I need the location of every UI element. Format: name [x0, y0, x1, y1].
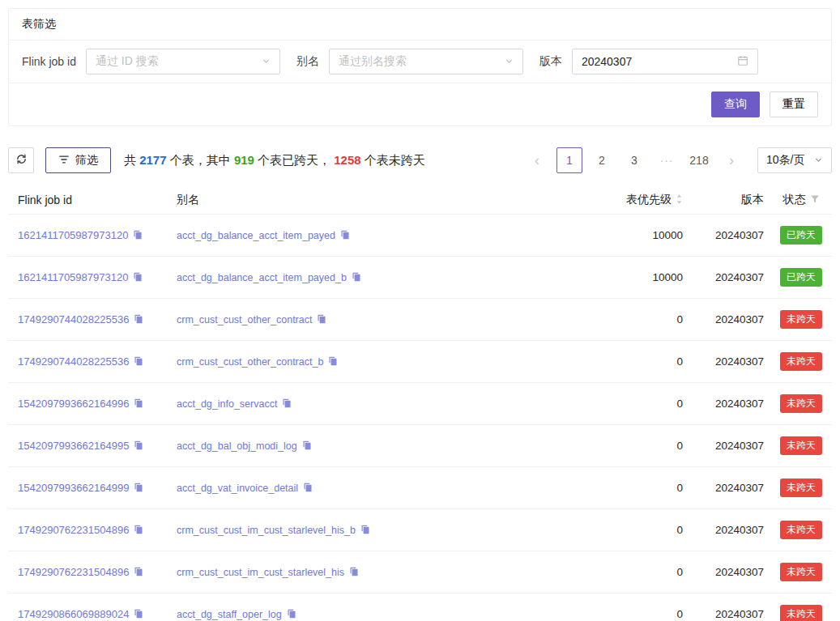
copy-icon[interactable]: [360, 525, 370, 534]
job-id-link[interactable]: 1542097993662164999: [18, 482, 129, 494]
copy-icon[interactable]: [328, 356, 338, 366]
copy-icon[interactable]: [303, 483, 313, 492]
status-cell: 已跨天: [770, 215, 832, 257]
job-id-link[interactable]: 1621411705987973120: [18, 229, 128, 241]
copy-icon[interactable]: [134, 314, 143, 324]
pagination-next[interactable]: ›: [718, 147, 744, 173]
table-row: 1621411705987973120 acct_dg_balance_acct…: [8, 215, 832, 257]
alias-link[interactable]: crm_cust_cust_other_contract_b: [177, 356, 323, 368]
status-badge: 未跨天: [780, 479, 822, 497]
alias-link[interactable]: crm_cust_cust_im_cust_starlevel_his: [177, 567, 344, 578]
job-id-link[interactable]: 1749290866069889024: [18, 608, 129, 620]
pagination-page-last[interactable]: 218: [686, 147, 712, 173]
version-cell: 20240307: [689, 551, 770, 593]
alias-cell: acct_dg_balance_acct_item_payed_b: [170, 257, 576, 299]
copy-icon[interactable]: [302, 440, 312, 450]
status-cell: 未跨天: [770, 509, 832, 551]
version-date-input[interactable]: 20240307: [572, 49, 758, 74]
status-cell: 未跨天: [770, 383, 832, 425]
job-id-cell: 1542097993662164996: [8, 383, 170, 425]
filter-funnel-icon[interactable]: [810, 194, 820, 206]
reset-button[interactable]: 重置: [770, 91, 818, 117]
refresh-button[interactable]: [8, 147, 34, 173]
alias-cell: acct_dg_vat_invoice_detail: [170, 467, 576, 509]
copy-icon[interactable]: [287, 609, 296, 619]
alias-link[interactable]: crm_cust_cust_other_contract: [177, 314, 312, 325]
summary-text: 个表未跨天: [361, 153, 425, 167]
table-row: 1542097993662164995 acct_dg_bal_obj_modi…: [8, 425, 832, 467]
filter-toggle-button[interactable]: 筛选: [45, 147, 111, 173]
copy-icon[interactable]: [340, 230, 350, 240]
copy-icon[interactable]: [134, 483, 143, 492]
alias-cell: acct_dg_bal_obj_modi_log: [170, 425, 576, 467]
copy-icon[interactable]: [352, 272, 361, 282]
alias-cell: acct_dg_info_servacct: [170, 383, 576, 425]
copy-icon[interactable]: [134, 356, 143, 366]
job-id-link[interactable]: 1749290744028225536: [18, 355, 129, 368]
copy-icon[interactable]: [134, 567, 143, 576]
alias-cell: crm_cust_cust_im_cust_starlevel_his: [170, 551, 576, 593]
table-row: 1749290866069889024 acct_dg_staff_oper_l…: [8, 593, 832, 621]
copy-icon[interactable]: [133, 230, 143, 240]
copy-icon[interactable]: [133, 272, 143, 282]
priority-cell: 0: [576, 299, 689, 341]
alias-link[interactable]: acct_dg_balance_acct_item_payed_b: [177, 272, 347, 283]
alias-link[interactable]: acct_dg_balance_acct_item_payed: [177, 230, 335, 241]
priority-cell: 0: [576, 467, 689, 509]
alias-cell: crm_cust_cust_other_contract_b: [170, 341, 576, 383]
search-button[interactable]: 查询: [711, 91, 760, 117]
copy-icon[interactable]: [282, 398, 292, 408]
version-cell: 20240307: [689, 593, 770, 621]
summary-text: 个表已跨天，: [254, 153, 334, 167]
flink-job-id-select[interactable]: 通过 ID 搜索: [86, 49, 280, 74]
pagination-prev[interactable]: ‹: [524, 147, 550, 173]
job-id-cell: 1749290744028225536: [8, 299, 170, 341]
alias-link[interactable]: acct_dg_info_servacct: [177, 398, 277, 410]
alias-link[interactable]: acct_dg_vat_invoice_detail: [177, 483, 298, 494]
page-size-value: 10条/页: [766, 153, 804, 168]
filter-fields-row: Flink job id 通过 ID 搜索 别名 通过别名搜索 版本 20240…: [9, 40, 831, 83]
status-badge: 未跨天: [780, 310, 822, 329]
alias-select[interactable]: 通过别名搜索: [329, 49, 523, 74]
job-id-cell: 1749290762231504896: [8, 509, 170, 551]
copy-icon[interactable]: [134, 525, 143, 534]
job-id-link[interactable]: 1749290762231504896: [18, 524, 129, 536]
chevron-down-icon: [262, 55, 271, 68]
page-size-select[interactable]: 10条/页: [757, 147, 832, 173]
copy-icon[interactable]: [349, 567, 359, 576]
job-id-link[interactable]: 1621411705987973120: [18, 271, 128, 283]
priority-cell: 0: [576, 593, 689, 621]
version-cell: 20240307: [689, 341, 770, 383]
calendar-icon: [737, 55, 748, 69]
job-id-cell: 1749290762231504896: [8, 551, 170, 593]
filter-card: 表筛选 Flink job id 通过 ID 搜索 别名 通过别名搜索 版本 2…: [8, 8, 832, 126]
status-cell: 未跨天: [770, 425, 832, 467]
alias-link[interactable]: crm_cust_cust_im_cust_starlevel_his_b: [177, 525, 356, 536]
status-cell: 未跨天: [770, 299, 832, 341]
copy-icon[interactable]: [317, 314, 326, 324]
summary-uncrossed-count: 1258: [334, 153, 360, 167]
alias-link[interactable]: acct_dg_bal_obj_modi_log: [177, 440, 297, 452]
copy-icon[interactable]: [134, 440, 143, 450]
alias-link[interactable]: acct_dg_staff_oper_log: [177, 609, 282, 620]
status-badge: 未跨天: [780, 563, 822, 581]
copy-icon[interactable]: [134, 398, 143, 408]
pagination-page-2[interactable]: 2: [589, 147, 615, 173]
pagination-ellipsis: ···: [654, 147, 680, 173]
sort-icon[interactable]: [676, 194, 683, 207]
pagination-page-1[interactable]: 1: [556, 147, 582, 173]
alias-cell: crm_cust_cust_other_contract: [170, 299, 576, 341]
status-cell: 未跨天: [770, 467, 832, 509]
flink-job-id-field: Flink job id 通过 ID 搜索: [22, 49, 280, 74]
job-id-link[interactable]: 1542097993662164996: [18, 398, 129, 410]
job-id-link[interactable]: 1749290762231504896: [18, 566, 129, 578]
table-summary: 共 2177 个表，其中 919 个表已跨天， 1258 个表未跨天: [124, 153, 524, 168]
job-id-link[interactable]: 1749290744028225536: [18, 313, 129, 325]
priority-cell: 0: [576, 341, 689, 383]
job-id-link[interactable]: 1542097993662164995: [18, 440, 129, 452]
filter-actions-row: 查询 重置: [9, 83, 831, 125]
pagination-page-3[interactable]: 3: [621, 147, 647, 173]
table-row: 1749290744028225536 crm_cust_cust_other_…: [8, 299, 832, 341]
copy-icon[interactable]: [134, 609, 143, 619]
column-header-status-label: 状态: [783, 193, 806, 207]
